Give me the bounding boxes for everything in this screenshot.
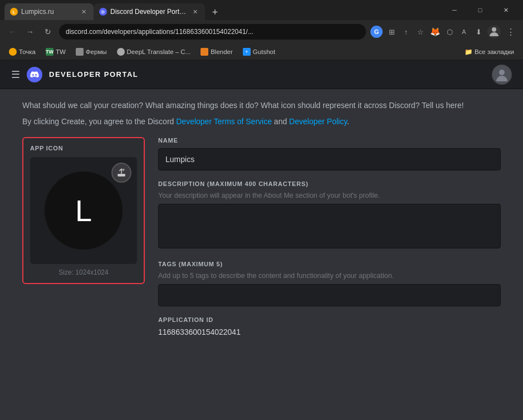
portal-header: ☰ DEVELOPER PORTAL [0, 60, 523, 89]
upload-icon-button[interactable] [111, 163, 131, 183]
desc-textarea[interactable] [158, 204, 501, 248]
tags-field-group: TAGS (MAXIMUM 5) Add up to 5 tags to des… [158, 261, 501, 306]
app-icon-section: APP ICON L Size: 1024x1024 [22, 137, 145, 284]
extensions-icon[interactable]: ⊞ [386, 26, 397, 37]
tab-lumpics[interactable]: L Lumpics.ru ✕ [4, 3, 94, 20]
title-bar: L Lumpics.ru ✕ D Discord Developer Porta… [0, 0, 523, 20]
close-button[interactable]: ✕ [493, 0, 519, 20]
address-bar: ← → ↻ G ⊞ ↑ ☆ 🦊 ⬡ A ⬇ ⋮ [0, 20, 523, 43]
bookmark-label: TW [56, 48, 66, 55]
tos-link-2[interactable]: Developer Policy [289, 117, 347, 126]
app-icon-box: APP ICON L Size: 1024x1024 [22, 137, 145, 284]
desc-label: DESCRIPTION (MAXIMUM 400 CHARACTERS) [158, 180, 501, 187]
discord-logo [27, 67, 42, 82]
bookmark-label: DeepL Translate – C... [127, 48, 191, 55]
name-input[interactable] [158, 148, 501, 170]
icon-circle: L [45, 172, 123, 250]
tos-line: By clicking Create, you agree to the Dis… [22, 117, 501, 126]
desc-field-group: DESCRIPTION (MAXIMUM 400 CHARACTERS) You… [158, 180, 501, 251]
name-field-group: NAME [158, 137, 501, 170]
bookmark-label: Точка [19, 48, 36, 55]
bookmark-fermy[interactable]: Фермы [71, 47, 111, 57]
bookmark-gutshot[interactable]: + Gutshot [238, 47, 280, 57]
tos-link-1[interactable]: Developer Terms of Service [176, 117, 272, 126]
all-bookmarks-folder[interactable]: 📁 Все закладки [460, 47, 519, 57]
tab-close-discord[interactable]: ✕ [190, 7, 199, 16]
svg-point-2 [499, 70, 505, 75]
avatar-img [493, 66, 511, 84]
user-avatar[interactable] [492, 65, 512, 85]
tos-text-mid: and [272, 117, 289, 126]
tags-label: TAGS (MAXIMUM 5) [158, 261, 501, 267]
back-button[interactable]: ← [6, 25, 19, 38]
bookmark-label: Фермы [86, 48, 107, 55]
app-id-label: APPLICATION ID [158, 316, 501, 323]
hamburger-menu[interactable]: ☰ [11, 69, 20, 81]
icon-preview-area[interactable]: L [30, 157, 137, 264]
bookmark-blender[interactable]: Blender [196, 47, 237, 57]
tags-input[interactable] [158, 284, 501, 306]
tab-title-discord: Discord Developer Portal — My _ [110, 8, 187, 16]
form-layout: APP ICON L Size: 1024x1024 [22, 137, 501, 346]
puzzle-icon[interactable]: ⬡ [444, 26, 455, 37]
forward-button[interactable]: → [23, 25, 37, 38]
app-id-value: 1168633600154022041 [158, 328, 501, 336]
browser-menu-button[interactable]: ⋮ [504, 25, 517, 40]
tab-favicon-discord: D [99, 8, 107, 16]
bookmark-tochka[interactable]: Точка [4, 47, 40, 57]
form-fields: NAME DESCRIPTION (MAXIMUM 400 CHARACTERS… [158, 137, 501, 346]
reload-button[interactable]: ↻ [41, 25, 55, 38]
app-icon-label: APP ICON [30, 145, 137, 152]
download-icon[interactable]: ⬇ [473, 26, 484, 37]
share-icon[interactable]: ↑ [400, 26, 412, 37]
bookmark-deepl[interactable]: DeepL Translate – C... [113, 47, 195, 57]
new-tab-button[interactable]: + [207, 4, 223, 20]
svg-point-0 [492, 27, 496, 32]
bookmarks-bar: Точка TW TW Фермы DeepL Translate – C...… [0, 43, 523, 60]
address-input[interactable] [59, 24, 366, 40]
address-actions: G ⊞ ↑ ☆ 🦊 ⬡ A ⬇ ⋮ [370, 25, 517, 40]
maximize-button[interactable]: □ [467, 0, 493, 20]
bookmark-label: Blender [211, 48, 233, 55]
tab-close-lumpics[interactable]: ✕ [79, 7, 88, 16]
app-id-field-group: APPLICATION ID 1168633600154022041 [158, 316, 501, 336]
tab-favicon-lumpics: L [10, 8, 18, 16]
profile-menu[interactable] [487, 25, 501, 38]
google-icon[interactable]: G [370, 26, 383, 38]
person-icon [487, 25, 501, 38]
page-content: What should we call your creation? What … [0, 89, 523, 420]
tos-text-after: . [347, 117, 349, 126]
tos-text-before: By clicking Create, you agree to the Dis… [22, 117, 176, 126]
bookmark-label: Gutshot [253, 48, 275, 55]
desc-subtitle: Your description will appear in the Abou… [158, 192, 501, 199]
fox-icon[interactable]: 🦊 [429, 26, 441, 37]
tab-title-lumpics: Lumpics.ru [21, 8, 76, 16]
main-content: ☰ DEVELOPER PORTAL What should we call y… [0, 60, 523, 420]
name-label: NAME [158, 137, 501, 144]
minimize-button[interactable]: ─ [442, 0, 467, 20]
window-controls: ─ □ ✕ [442, 0, 519, 20]
intro-paragraph: What should we call your creation? What … [22, 89, 501, 117]
bookmark-tw[interactable]: TW TW [41, 47, 70, 57]
icon-letter: L [75, 193, 92, 228]
all-bookmarks-label: Все закладки [475, 48, 514, 55]
icon-size-text: Size: 1024x1024 [30, 268, 137, 276]
portal-title: DEVELOPER PORTAL [49, 70, 138, 79]
translate-icon[interactable]: A [458, 26, 470, 37]
bookmark-star-icon[interactable]: ☆ [415, 26, 426, 37]
tags-subtitle: Add up to 5 tags to describe the content… [158, 272, 501, 280]
tab-discord[interactable]: D Discord Developer Portal — My _ ✕ [94, 3, 205, 20]
